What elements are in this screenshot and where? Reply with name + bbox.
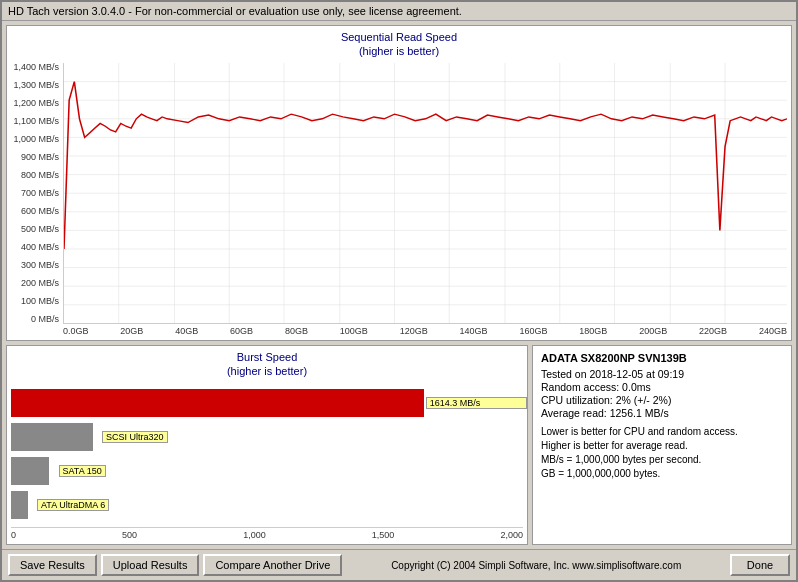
x-axis-label: 100GB: [340, 326, 368, 336]
burst-x-label: 500: [122, 530, 137, 540]
info-random: Random access: 0.0ms: [541, 381, 783, 393]
title-bar: HD Tach version 3.0.4.0 - For non-commer…: [2, 2, 796, 21]
y-axis-label: 600 MB/s: [21, 207, 59, 216]
upload-results-button[interactable]: Upload Results: [101, 554, 200, 576]
chart-plot: [63, 63, 787, 324]
info-note: Lower is better for CPU and random acces…: [541, 425, 783, 481]
bottom-bar: Save Results Upload Results Compare Anot…: [2, 549, 796, 580]
info-panel: ADATA SX8200NP SVN139B Tested on 2018-12…: [532, 345, 792, 545]
y-axis-label: 1,300 MB/s: [13, 81, 59, 90]
y-axis-label: 1,200 MB/s: [13, 99, 59, 108]
burst-x-label: 0: [11, 530, 16, 540]
burst-bar-sata: SATA 150: [11, 455, 523, 487]
x-axis-label: 180GB: [579, 326, 607, 336]
burst-bar-ata: ATA UltraDMA 6: [11, 489, 523, 521]
info-cpu: CPU utilization: 2% (+/- 2%): [541, 394, 783, 406]
y-axis-label: 1,000 MB/s: [13, 135, 59, 144]
burst-x-label: 1,000: [243, 530, 266, 540]
burst-x-label: 2,000: [500, 530, 523, 540]
info-avg-read: Average read: 1256.1 MB/s: [541, 407, 783, 419]
x-axis-label: 120GB: [400, 326, 428, 336]
copyright-text: Copyright (C) 2004 Simpli Software, Inc.…: [346, 560, 726, 571]
info-tested: Tested on 2018-12-05 at 09:19: [541, 368, 783, 380]
x-axis-label: 220GB: [699, 326, 727, 336]
x-axis-row: 0.0GB20GB40GB60GB80GB100GB120GB140GB160G…: [63, 324, 787, 336]
x-axis-label: 80GB: [285, 326, 308, 336]
y-axis-label: 100 MB/s: [21, 297, 59, 306]
drive-name: ADATA SX8200NP SVN139B: [541, 352, 783, 364]
seq-chart-title: Sequential Read Speed (higher is better): [11, 30, 787, 59]
bottom-section: Burst Speed (higher is better) 1614.3 MB…: [6, 345, 792, 545]
x-axis-label: 0.0GB: [63, 326, 89, 336]
scsi-label: SCSI Ultra320: [102, 431, 168, 443]
ata-label: ATA UltraDMA 6: [37, 499, 109, 511]
y-axis-label: 1,100 MB/s: [13, 117, 59, 126]
burst-chart-area: 1614.3 MB/s SCSI Ultra320: [11, 383, 523, 525]
x-axis-label: 160GB: [519, 326, 547, 336]
y-axis-label: 500 MB/s: [21, 225, 59, 234]
main-content: Sequential Read Speed (higher is better)…: [2, 21, 796, 549]
sata-label: SATA 150: [59, 465, 106, 477]
burst-chart-title: Burst Speed (higher is better): [11, 350, 523, 379]
burst-speed-label: 1614.3 MB/s: [426, 397, 527, 409]
burst-bar-main: 1614.3 MB/s: [11, 387, 523, 419]
main-window: HD Tach version 3.0.4.0 - For non-commer…: [0, 0, 798, 582]
y-axis-label: 200 MB/s: [21, 279, 59, 288]
y-axis-label: 700 MB/s: [21, 189, 59, 198]
x-axis-label: 240GB: [759, 326, 787, 336]
burst-bar-scsi: SCSI Ultra320: [11, 421, 523, 453]
y-axis: 1,400 MB/s1,300 MB/s1,200 MB/s1,100 MB/s…: [11, 63, 63, 324]
seq-chart-area: 1,400 MB/s1,300 MB/s1,200 MB/s1,100 MB/s…: [11, 63, 787, 324]
sequential-chart: Sequential Read Speed (higher is better)…: [6, 25, 792, 341]
compare-drive-button[interactable]: Compare Another Drive: [203, 554, 342, 576]
y-axis-label: 300 MB/s: [21, 261, 59, 270]
x-axis-label: 20GB: [120, 326, 143, 336]
burst-chart: Burst Speed (higher is better) 1614.3 MB…: [6, 345, 528, 545]
burst-x-label: 1,500: [372, 530, 395, 540]
done-button[interactable]: Done: [730, 554, 790, 576]
title-text: HD Tach version 3.0.4.0 - For non-commer…: [8, 5, 462, 17]
x-axis-label: 40GB: [175, 326, 198, 336]
save-results-button[interactable]: Save Results: [8, 554, 97, 576]
x-axis: 0.0GB20GB40GB60GB80GB100GB120GB140GB160G…: [63, 324, 787, 336]
x-axis-label: 200GB: [639, 326, 667, 336]
y-axis-label: 900 MB/s: [21, 153, 59, 162]
y-axis-label: 400 MB/s: [21, 243, 59, 252]
burst-x-axis: 05001,0001,5002,000: [11, 527, 523, 540]
y-axis-label: 0 MB/s: [31, 315, 59, 324]
x-axis-label: 60GB: [230, 326, 253, 336]
y-axis-label: 1,400 MB/s: [13, 63, 59, 72]
x-axis-label: 140GB: [460, 326, 488, 336]
y-axis-label: 800 MB/s: [21, 171, 59, 180]
